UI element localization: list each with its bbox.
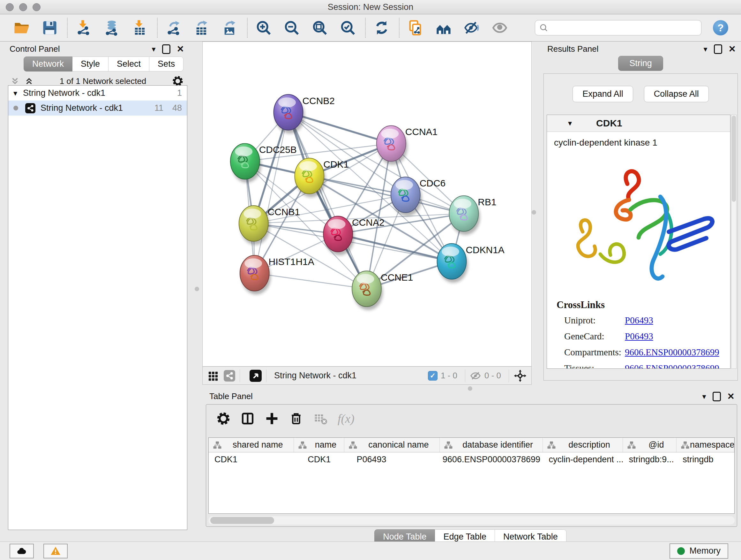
column-header-description[interactable]: description <box>543 438 623 452</box>
show-all-icon[interactable] <box>491 19 509 37</box>
tab-string[interactable]: String <box>618 56 663 71</box>
cloud-button[interactable] <box>10 544 34 558</box>
window-title: Session: New Session <box>0 2 741 12</box>
panel-float-icon[interactable] <box>162 44 171 54</box>
node-hist1h1a[interactable]: HIST1H1A <box>240 255 314 295</box>
crosslink-value[interactable]: 9606.ENSP00000378699 <box>625 363 719 369</box>
share-view-icon[interactable] <box>224 370 235 381</box>
hidden-eye-icon[interactable] <box>470 370 481 381</box>
right-splitter-handle[interactable] <box>532 210 536 214</box>
column-header-namespace[interactable]: namespace <box>677 438 734 452</box>
network-collection-row[interactable]: ▾ String Network - cdk1 1 <box>8 85 187 101</box>
node-label: CDC25B <box>259 144 297 155</box>
table-row[interactable]: CDK1CDK1P064939606.ENSP00000378699cyclin… <box>209 452 734 466</box>
protein-expander-icon[interactable]: ▾ <box>568 119 572 128</box>
edge-ccnb2-hist1h1a[interactable] <box>255 112 288 273</box>
apply-preferred-layout-icon[interactable] <box>373 19 391 37</box>
memory-button[interactable]: Memory <box>670 543 728 559</box>
hide-selected-icon[interactable] <box>463 19 481 37</box>
collapse-all-icon[interactable] <box>10 76 20 86</box>
left-splitter-handle[interactable] <box>195 287 199 291</box>
export-table-icon[interactable] <box>193 19 211 37</box>
import-table-from-file-icon[interactable] <box>131 19 149 37</box>
zoom-in-icon[interactable] <box>255 19 273 37</box>
collection-expander-icon[interactable]: ▾ <box>13 89 17 98</box>
import-network-from-database-icon[interactable] <box>103 19 121 37</box>
new-network-from-selection-icon[interactable] <box>407 19 424 37</box>
panel-float-icon[interactable] <box>714 44 722 54</box>
selected-checkbox-icon[interactable]: ✓ <box>428 371 437 381</box>
panel-menu-icon[interactable]: ▾ <box>703 45 707 54</box>
node-cdkn1a[interactable]: CDKN1A <box>437 244 504 283</box>
add-column-icon[interactable] <box>265 412 279 426</box>
column-header-sharedname[interactable]: shared name <box>209 438 294 452</box>
save-session-icon[interactable] <box>41 19 59 37</box>
column-header-databaseidentifier[interactable]: database identifier <box>440 438 543 452</box>
tab-style[interactable]: Style <box>72 57 109 71</box>
node-count: 11 <box>154 103 163 113</box>
memory-status-dot <box>677 547 685 555</box>
warning-button[interactable] <box>44 544 68 558</box>
results-scrollbar-thumb[interactable] <box>732 116 736 202</box>
expand-all-button[interactable]: Expand All <box>572 86 633 102</box>
import-network-from-file-icon[interactable] <box>75 19 92 37</box>
panel-close-icon[interactable]: ✕ <box>729 45 736 54</box>
grid-view-icon[interactable] <box>208 370 219 381</box>
node-rb1[interactable]: RB1 <box>449 196 496 235</box>
show-columns-icon[interactable] <box>241 412 255 426</box>
table-settings-gear-icon[interactable] <box>216 412 230 426</box>
crosslink-value[interactable]: P06493 <box>625 315 653 326</box>
protein-header[interactable]: ▾ CDK1 <box>547 115 730 132</box>
export-image-icon[interactable] <box>221 19 239 37</box>
search-input[interactable] <box>551 23 697 33</box>
panel-float-icon[interactable] <box>713 392 721 401</box>
toolbar-separator <box>365 18 366 38</box>
column-header-name[interactable]: name <box>294 438 345 452</box>
panel-close-icon[interactable]: ✕ <box>727 392 735 401</box>
zoom-out-icon[interactable] <box>283 19 300 37</box>
network-canvas[interactable]: CCNB2CCNA1CDC25BCDK1CDC6RB1CCNB1CCNA2CDK… <box>202 42 532 367</box>
collapse-all-button[interactable]: Collapse All <box>644 86 709 102</box>
network-row[interactable]: String Network - cdk1 11 48 <box>8 101 187 116</box>
node-ccne1[interactable]: CCNE1 <box>352 271 413 310</box>
edge-ccna2-cdkn1a[interactable] <box>338 234 452 261</box>
network-icon <box>25 103 36 113</box>
crosslink-value[interactable]: P06493 <box>625 331 653 341</box>
crosslinks-rows: Uniprot:P06493GeneCard:P06493Compartment… <box>556 315 730 369</box>
node-ccnb1[interactable]: CCNB1 <box>239 206 300 245</box>
zoom-fit-content-icon[interactable] <box>311 19 329 37</box>
results-panel: Results Panel ▾ ✕ String Expand All Coll… <box>543 42 738 381</box>
memory-label: Memory <box>689 546 721 556</box>
table-horizontal-scrollbar[interactable] <box>208 516 735 524</box>
crosslinks-heading: CrossLinks <box>556 299 730 311</box>
column-header-canonicalname[interactable]: canonical name <box>344 438 440 452</box>
tab-select[interactable]: Select <box>109 57 149 71</box>
zoom-selected-icon[interactable] <box>339 19 357 37</box>
network-graph[interactable]: CCNB2CCNA1CDC25BCDK1CDC6RB1CCNB1CCNA2CDK… <box>203 42 531 366</box>
tab-sets[interactable]: Sets <box>149 57 184 71</box>
delete-column-trash-icon[interactable] <box>289 412 303 426</box>
fit-selected-crosshair-icon[interactable] <box>514 369 527 382</box>
crosslink-value[interactable]: 9606.ENSP00000378699 <box>625 347 719 358</box>
panel-close-icon[interactable]: ✕ <box>177 45 184 54</box>
table-scrollbar-thumb[interactable] <box>210 517 274 524</box>
open-in-new-window-icon[interactable] <box>250 370 262 382</box>
node-ccnb2[interactable]: CCNB2 <box>274 95 335 134</box>
panel-menu-icon[interactable]: ▾ <box>151 45 155 54</box>
first-neighbors-icon[interactable] <box>434 19 453 37</box>
results-scrollbar[interactable] <box>731 115 737 369</box>
open-session-icon[interactable] <box>13 19 30 37</box>
node-cdc6[interactable]: CDC6 <box>391 177 446 216</box>
expand-all-icon[interactable] <box>24 76 34 86</box>
edge-hist1h1a-ccne1[interactable] <box>255 273 367 289</box>
column-header-id[interactable]: @id <box>623 438 677 452</box>
help-button[interactable]: ? <box>713 20 728 36</box>
table-cell: CDK1 <box>209 455 294 464</box>
node-cdc25b[interactable]: CDC25B <box>230 143 297 183</box>
node-cdk1[interactable]: CDK1 <box>294 158 349 197</box>
tab-network[interactable]: Network <box>23 57 72 71</box>
export-network-icon[interactable] <box>165 19 183 37</box>
bottom-splitter-handle[interactable] <box>468 386 472 391</box>
column-type-icon <box>212 440 222 450</box>
panel-menu-icon[interactable]: ▾ <box>702 392 706 401</box>
